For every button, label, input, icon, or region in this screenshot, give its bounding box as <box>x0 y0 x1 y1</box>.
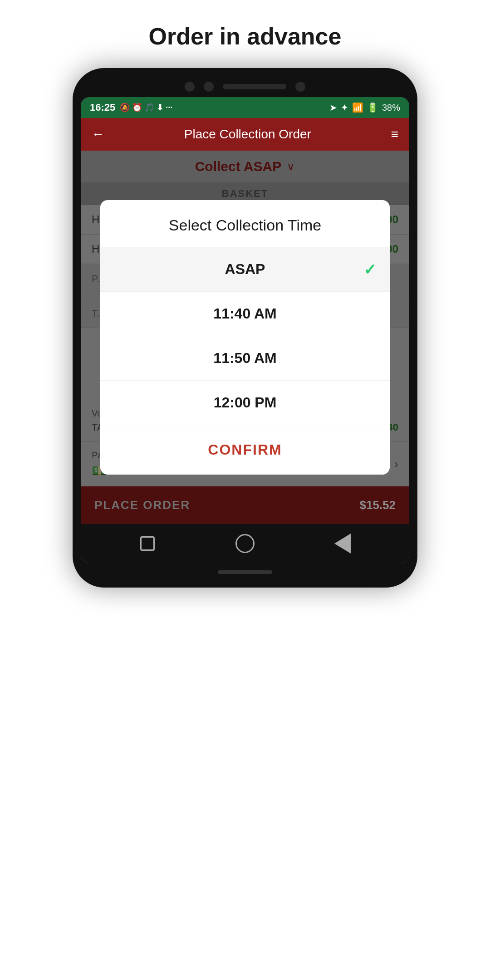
status-bar: 16:25 🔕 ⏰ 🎵 ⬇ ··· ➤ ✦ 📶 🔋 38% <box>81 97 409 118</box>
header-title: Place Collection Order <box>184 127 311 142</box>
time-option-1200[interactable]: 12:00 PM <box>100 381 389 425</box>
menu-button[interactable]: ≡ <box>391 127 398 142</box>
phone-frame: 16:25 🔕 ⏰ 🎵 ⬇ ··· ➤ ✦ 📶 🔋 38% ← Place Co… <box>73 68 417 588</box>
status-time: 16:25 🔕 ⏰ 🎵 ⬇ ··· <box>90 102 172 113</box>
battery-icon: 🔋 <box>367 102 378 113</box>
bottom-pill <box>218 570 272 574</box>
signal-icon: 📶 <box>352 102 363 113</box>
confirm-button[interactable]: CONFIRM <box>100 425 389 475</box>
nav-recent-apps-button[interactable] <box>137 533 158 554</box>
camera-left <box>185 82 195 92</box>
back-button[interactable]: ← <box>92 127 104 142</box>
status-right: ➤ ✦ 📶 🔋 38% <box>329 102 400 113</box>
time-option-asap-label: ASAP <box>225 261 265 278</box>
location-icon: ➤ <box>329 102 337 113</box>
check-icon: ✓ <box>363 260 376 279</box>
recent-apps-icon <box>140 536 155 551</box>
bluetooth-icon: ✦ <box>341 102 348 113</box>
time-option-1140-label: 11:40 AM <box>213 305 276 322</box>
time-option-1150[interactable]: 11:50 AM <box>100 336 389 381</box>
modal-title: Select Collection Time <box>100 200 389 247</box>
status-icons: 🔕 ⏰ 🎵 ⬇ ··· <box>120 103 172 113</box>
time-option-asap[interactable]: ASAP ✓ <box>100 247 389 292</box>
phone-bottom-bar <box>81 570 409 574</box>
select-collection-time-modal: Select Collection Time ASAP ✓ 11:40 AM 1… <box>100 200 389 475</box>
nav-home-button[interactable] <box>235 533 255 554</box>
time-option-1150-label: 11:50 AM <box>213 350 276 367</box>
phone-screen: 16:25 🔕 ⏰ 🎵 ⬇ ··· ➤ ✦ 📶 🔋 38% ← Place Co… <box>81 97 409 563</box>
home-icon <box>235 534 255 553</box>
phone-top <box>81 82 409 92</box>
app-header: ← Place Collection Order ≡ <box>81 118 409 151</box>
nav-back-button[interactable] <box>332 533 353 554</box>
back-icon <box>334 534 351 554</box>
speaker <box>223 84 286 89</box>
time-option-1200-label: 12:00 PM <box>214 394 277 411</box>
modal-overlay: Select Collection Time ASAP ✓ 11:40 AM 1… <box>81 151 409 524</box>
camera-right <box>295 82 305 92</box>
time-option-1140[interactable]: 11:40 AM <box>100 292 389 336</box>
page-title: Order in advance <box>149 23 342 50</box>
bottom-nav <box>81 524 409 563</box>
camera-middle <box>204 82 214 92</box>
